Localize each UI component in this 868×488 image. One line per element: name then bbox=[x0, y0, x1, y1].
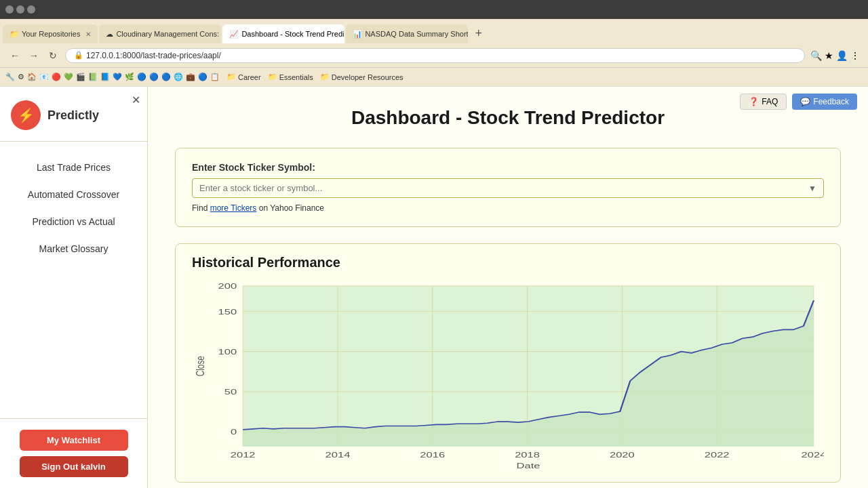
profile-icon[interactable]: 👤 bbox=[836, 50, 848, 61]
top-bar-right: ❓ FAQ 💬 Feedback bbox=[740, 94, 857, 110]
app-body: ✕ ⚡ Predictly Last Trade Prices Automate… bbox=[0, 87, 868, 488]
tab-favicon: 📈 bbox=[229, 30, 239, 39]
ticker-section: Enter Stock Ticker Symbol: ▼ Find more T… bbox=[175, 148, 841, 227]
more-tickers-link[interactable]: more Tickers bbox=[210, 203, 257, 213]
reload-button[interactable]: ↻ bbox=[46, 49, 60, 62]
address-input[interactable]: 🔒 127.0.0.1:8000/last-trade-prices/aapl/ bbox=[65, 48, 805, 63]
tab-nasdaq[interactable]: 📊 NASDAQ Data Summary Short: ✕ bbox=[346, 24, 468, 43]
svg-text:2024: 2024 bbox=[802, 450, 824, 459]
tab-favicon: 📊 bbox=[353, 30, 362, 39]
extensions-area: 🔍 ★ 👤 ⋮ bbox=[810, 50, 860, 61]
my-watchlist-button[interactable]: My Watchlist bbox=[20, 430, 128, 451]
tab-dashboard[interactable]: 📈 Dashboard - Stock Trend Predi: ✕ bbox=[222, 24, 344, 43]
chart-svg: 0 50 100 150 200 2012 2014 2016 2018 202… bbox=[192, 279, 824, 468]
bookmark-career[interactable]: 📁Career bbox=[226, 73, 261, 81]
bookmark-various[interactable]: 🔧⚙🏠📧🔴💚🎬 📗📘💙🌿🔵🔵🔵 🌐💼🔵📋 bbox=[5, 73, 220, 81]
sidebar: ✕ ⚡ Predictly Last Trade Prices Automate… bbox=[0, 87, 148, 488]
chart-container: 0 50 100 150 200 2012 2014 2016 2018 202… bbox=[192, 279, 824, 468]
bookmark-dev-resources[interactable]: 📁Developer Resources bbox=[320, 73, 403, 81]
svg-text:150: 150 bbox=[218, 307, 237, 316]
bookmark-icon[interactable]: ★ bbox=[825, 50, 833, 61]
address-text: 127.0.0.1:8000/last-trade-prices/aapl/ bbox=[86, 51, 221, 60]
menu-icon[interactable]: ⋮ bbox=[850, 50, 860, 61]
svg-text:2018: 2018 bbox=[515, 450, 540, 459]
svg-text:2020: 2020 bbox=[610, 450, 635, 459]
ticker-input-row[interactable]: ▼ bbox=[192, 178, 824, 198]
tab-repositories[interactable]: 📁 Your Repositories ✕ bbox=[3, 24, 98, 43]
ticker-find-link: Find more Tickers on Yahoo Finance bbox=[192, 203, 824, 213]
dropdown-arrow-icon[interactable]: ▼ bbox=[808, 184, 816, 193]
sidebar-bottom: My Watchlist Sign Out kalvin bbox=[0, 418, 147, 488]
tab-favicon: 📁 bbox=[9, 30, 19, 39]
main-content: ❓ FAQ 💬 Feedback Dashboard - Stock Trend… bbox=[148, 87, 868, 488]
new-tab-button[interactable]: + bbox=[469, 24, 488, 43]
page-title: Dashboard - Stock Trend Predictor bbox=[175, 107, 841, 129]
svg-text:50: 50 bbox=[224, 388, 237, 396]
bookmark-bar: 🔧⚙🏠📧🔴💚🎬 📗📘💙🌿🔵🔵🔵 🌐💼🔵📋 📁Career 📁Essentials… bbox=[0, 68, 868, 87]
svg-text:100: 100 bbox=[218, 347, 237, 356]
svg-text:Date: Date bbox=[517, 461, 540, 468]
chart-section: Historical Performance bbox=[175, 243, 841, 483]
feedback-button[interactable]: 💬 Feedback bbox=[792, 94, 857, 110]
svg-text:2012: 2012 bbox=[231, 450, 256, 459]
sign-out-button[interactable]: Sign Out kalvin bbox=[20, 456, 128, 477]
chart-title: Historical Performance bbox=[192, 255, 824, 270]
logo-icon: ⚡ bbox=[11, 100, 41, 130]
tab-cloudinary[interactable]: ☁ Cloudinary Management Cons: ✕ bbox=[99, 24, 221, 43]
window-controls[interactable] bbox=[5, 5, 35, 14]
feedback-icon: 💬 bbox=[800, 97, 810, 106]
tab-close-icon[interactable]: ✕ bbox=[85, 30, 91, 38]
sidebar-item-market-glossary[interactable]: Market Glossary bbox=[0, 237, 147, 261]
ticker-input[interactable] bbox=[199, 183, 808, 193]
forward-button[interactable]: → bbox=[27, 49, 41, 62]
sidebar-close-button[interactable]: ✕ bbox=[132, 94, 140, 106]
svg-text:200: 200 bbox=[218, 281, 237, 290]
tab-bar: 📁 Your Repositories ✕ ☁ Cloudinary Manag… bbox=[0, 19, 868, 43]
search-icon[interactable]: 🔍 bbox=[810, 50, 822, 61]
faq-button[interactable]: ❓ FAQ bbox=[740, 94, 787, 110]
tab-favicon: ☁ bbox=[106, 30, 113, 39]
back-button[interactable]: ← bbox=[8, 49, 22, 62]
faq-icon: ❓ bbox=[749, 97, 759, 106]
sidebar-logo-area: ⚡ Predictly bbox=[0, 87, 147, 142]
bookmark-essentials[interactable]: 📁Essentials bbox=[268, 73, 313, 81]
svg-text:Close: Close bbox=[194, 356, 206, 376]
sidebar-nav: Last Trade Prices Automated Crossover Pr… bbox=[0, 142, 147, 418]
logo-text: Predictly bbox=[47, 108, 99, 123]
sidebar-item-last-trade-prices[interactable]: Last Trade Prices bbox=[0, 155, 147, 180]
sidebar-item-automated-crossover[interactable]: Automated Crossover bbox=[0, 182, 147, 207]
svg-text:0: 0 bbox=[231, 428, 237, 436]
sidebar-item-prediction-vs-actual[interactable]: Prediction vs Actual bbox=[0, 209, 147, 234]
browser-chrome bbox=[0, 0, 868, 19]
svg-text:2016: 2016 bbox=[420, 450, 445, 459]
svg-text:2014: 2014 bbox=[326, 450, 351, 459]
page-inner: Dashboard - Stock Trend Predictor Enter … bbox=[148, 87, 868, 488]
svg-text:2022: 2022 bbox=[705, 450, 730, 459]
ticker-label: Enter Stock Ticker Symbol: bbox=[192, 162, 824, 173]
address-bar: ← → ↻ 🔒 127.0.0.1:8000/last-trade-prices… bbox=[0, 43, 868, 68]
